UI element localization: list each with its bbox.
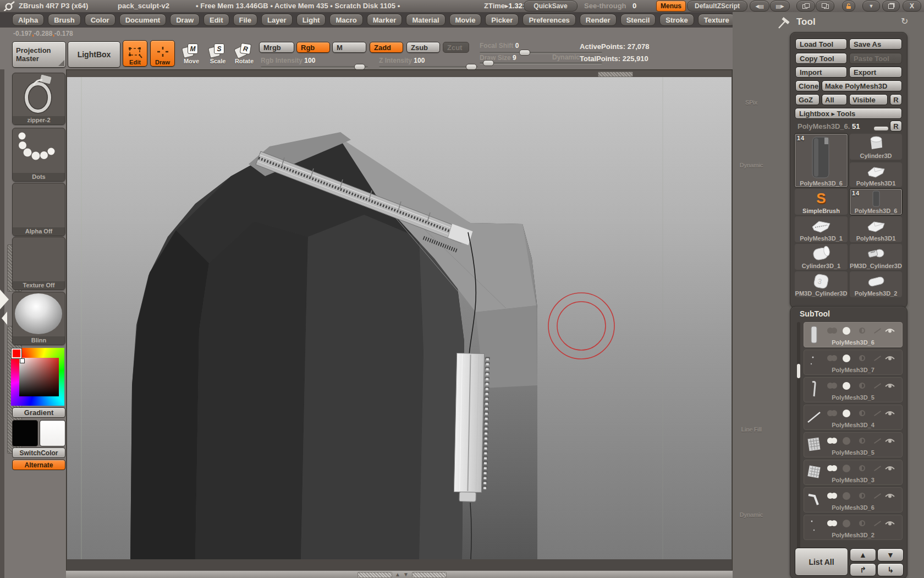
contrast-icon[interactable] bbox=[859, 465, 865, 471]
reset-icon[interactable]: ↻ bbox=[901, 16, 908, 26]
subtool-row[interactable]: PolyMesh3D_4 bbox=[804, 405, 903, 430]
zadd-button[interactable]: Zadd bbox=[370, 42, 403, 53]
polypaint-pair-icon[interactable] bbox=[827, 410, 833, 416]
menu-stroke[interactable]: Stroke bbox=[659, 14, 694, 26]
menus-button[interactable]: Menus bbox=[656, 1, 686, 12]
tool-thumbnail[interactable]: PolyMesh3D1 bbox=[850, 162, 902, 187]
rgb-button[interactable]: Rgb bbox=[296, 42, 330, 53]
visibility-eye-icon[interactable] bbox=[884, 326, 895, 334]
z-intensity-slider[interactable] bbox=[379, 66, 478, 68]
polypaint-pair-icon[interactable] bbox=[827, 328, 833, 334]
rotate-button[interactable]: R Rotate bbox=[233, 42, 255, 64]
window-previous-button[interactable] bbox=[796, 1, 815, 12]
contrast-icon[interactable] bbox=[859, 328, 865, 334]
polypaint-pair-icon[interactable] bbox=[827, 493, 833, 499]
menu-file[interactable]: File bbox=[233, 14, 257, 26]
polypaint-pair-icon[interactable] bbox=[827, 438, 833, 444]
sculpt-canvas[interactable] bbox=[67, 77, 732, 559]
slider-thumb[interactable] bbox=[483, 60, 494, 66]
import-button[interactable]: Import bbox=[795, 67, 847, 78]
lightbox-tools-button[interactable]: Lightbox ▸ Tools bbox=[795, 108, 902, 119]
close-button[interactable]: X bbox=[903, 1, 921, 12]
lightbox-button[interactable]: LightBox bbox=[68, 41, 120, 68]
shade-moon-icon[interactable] bbox=[843, 327, 850, 335]
scale-button[interactable]: S Scale bbox=[207, 42, 229, 64]
subtool-row[interactable]: PolyMesh3D_5 bbox=[804, 432, 903, 457]
goz-visible-button[interactable]: Visible bbox=[849, 94, 888, 105]
shade-moon-icon[interactable] bbox=[843, 355, 850, 362]
menu-brush[interactable]: Brush bbox=[48, 14, 81, 26]
make-polymesh3d-button[interactable]: Make PolyMesh3D bbox=[822, 80, 902, 91]
mrgb-button[interactable]: Mrgb bbox=[259, 42, 294, 53]
visibility-eye-icon[interactable] bbox=[884, 464, 895, 472]
shade-moon-icon[interactable] bbox=[843, 437, 850, 445]
tool-thumbnail[interactable]: PM3D_Cylinder3D bbox=[850, 244, 902, 270]
paint-brush-icon[interactable] bbox=[874, 466, 881, 471]
current-texture-thumbnail[interactable]: Texture Off bbox=[12, 237, 65, 290]
current-stroke-thumbnail[interactable]: Dots bbox=[12, 128, 65, 182]
visibility-eye-icon[interactable] bbox=[884, 492, 895, 499]
copy-tool-button[interactable]: Copy Tool bbox=[795, 53, 847, 64]
menu-alpha[interactable]: Alpha bbox=[12, 14, 44, 26]
see-through-value[interactable]: 0 bbox=[632, 2, 636, 10]
subtool-scrollbar-thumb[interactable] bbox=[797, 364, 800, 378]
shade-moon-icon[interactable] bbox=[843, 492, 850, 500]
subtool-row-selected[interactable]: PolyMesh3D_6 bbox=[804, 322, 903, 347]
subtool-row[interactable]: PolyMesh3D_2 bbox=[804, 515, 903, 540]
paint-brush-icon[interactable] bbox=[874, 356, 881, 361]
subtool-down-button[interactable]: ▼ bbox=[877, 548, 904, 561]
polypaint-pair-icon[interactable] bbox=[827, 383, 833, 389]
list-all-button[interactable]: List All bbox=[795, 548, 848, 576]
tool-thumbnail[interactable]: Cylinder3D bbox=[850, 134, 902, 160]
active-tool-slider-thumb[interactable] bbox=[873, 126, 889, 131]
subtool-row[interactable]: PolyMesh3D_3 bbox=[804, 460, 903, 485]
contrast-icon[interactable] bbox=[859, 383, 865, 389]
menu-texture[interactable]: Texture bbox=[698, 14, 735, 26]
menu-material[interactable]: Material bbox=[406, 14, 445, 26]
goz-button[interactable]: GoZ bbox=[795, 94, 820, 105]
menu-preferences[interactable]: Preferences bbox=[522, 14, 575, 26]
visibility-eye-icon[interactable] bbox=[884, 519, 895, 527]
export-button[interactable]: Export bbox=[849, 67, 902, 78]
panel-collapse-arrow-icon[interactable] bbox=[2, 312, 7, 325]
scroll-tabs-left-button[interactable]: ◀|||| bbox=[750, 1, 769, 12]
polypaint-pair-icon[interactable] bbox=[827, 355, 833, 361]
subtool-row[interactable]: PolyMesh3D_5 bbox=[804, 377, 903, 402]
current-brush-thumbnail[interactable]: zipper-2 bbox=[12, 73, 65, 125]
contrast-icon[interactable] bbox=[859, 438, 865, 444]
paint-brush-icon[interactable] bbox=[874, 521, 881, 526]
color-picker[interactable] bbox=[11, 348, 64, 406]
secondary-color-swatch[interactable] bbox=[40, 420, 65, 446]
menu-marker[interactable]: Marker bbox=[367, 14, 403, 26]
paint-brush-icon[interactable] bbox=[874, 438, 881, 444]
tool-r-button[interactable]: R bbox=[890, 121, 902, 132]
lock-button[interactable] bbox=[842, 1, 855, 12]
save-as-button[interactable]: Save As bbox=[849, 39, 902, 50]
tool-thumbnail[interactable]: PolyMesh3D1 bbox=[850, 216, 902, 242]
polypaint-pair-icon[interactable] bbox=[827, 520, 833, 526]
menu-movie[interactable]: Movie bbox=[449, 14, 482, 26]
menu-stencil[interactable]: Stencil bbox=[620, 14, 656, 26]
shade-moon-icon[interactable] bbox=[843, 382, 850, 390]
contrast-icon[interactable] bbox=[859, 520, 865, 526]
move-button[interactable]: M Move bbox=[180, 42, 202, 64]
zsub-button[interactable]: Zsub bbox=[406, 42, 440, 53]
tool-thumbnail[interactable]: PolyMesh3D_2 bbox=[850, 271, 902, 297]
visibility-eye-icon[interactable] bbox=[884, 381, 895, 389]
tool-thumbnail[interactable]: 3 PM3D_Cylinder3D bbox=[795, 271, 848, 297]
panel-expand-arrow-icon[interactable] bbox=[0, 290, 9, 309]
switch-color-button[interactable]: SwitchColor bbox=[12, 448, 65, 458]
paste-tool-button[interactable]: Paste Tool bbox=[849, 53, 902, 64]
current-alpha-thumbnail[interactable]: Alpha Off bbox=[12, 183, 65, 236]
contrast-icon[interactable] bbox=[859, 493, 865, 499]
window-next-button[interactable] bbox=[816, 1, 834, 12]
subtool-scrollbar[interactable] bbox=[797, 322, 800, 558]
shade-moon-icon[interactable] bbox=[843, 410, 850, 417]
subtool-append-button[interactable]: ↳ bbox=[877, 563, 904, 576]
document-scrollbar[interactable]: ▲ ▼ bbox=[66, 570, 733, 578]
paint-brush-icon[interactable] bbox=[874, 383, 881, 389]
shade-moon-icon[interactable] bbox=[843, 465, 850, 472]
subtool-up-button[interactable]: ▲ bbox=[850, 548, 876, 561]
restore-button[interactable] bbox=[882, 1, 900, 12]
tool-thumbnail[interactable]: Cylinder3D_1 bbox=[795, 244, 848, 270]
